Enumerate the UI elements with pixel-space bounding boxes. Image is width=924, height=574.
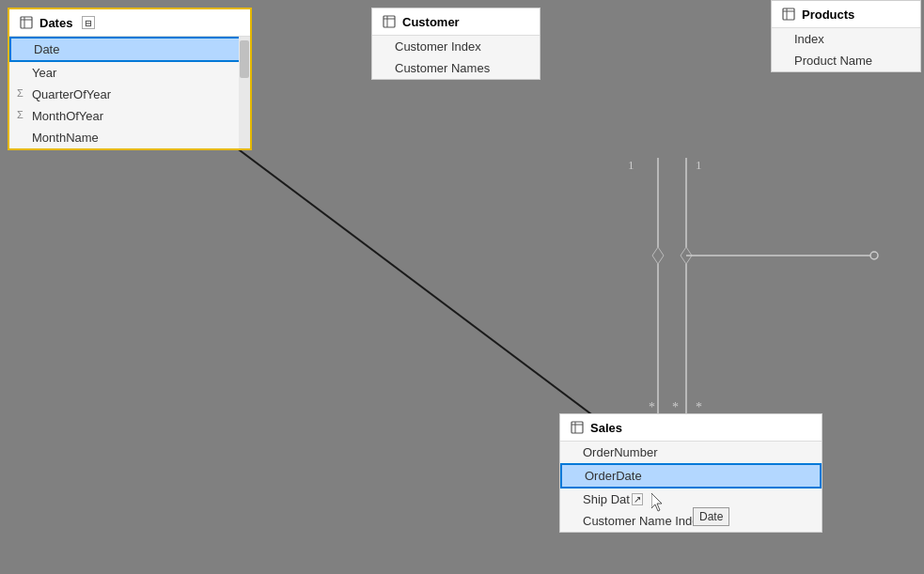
svg-text:*: * <box>696 400 702 414</box>
shipdate-label: Ship Dat <box>583 492 630 506</box>
dates-row-date[interactable]: Date <box>9 37 250 62</box>
products-table-header: Products <box>772 1 920 28</box>
sales-row-customernameindex[interactable]: Customer Name Index <box>560 510 822 532</box>
expand-icon[interactable]: ↗ <box>632 493 643 505</box>
customer-row-index[interactable]: Customer Index <box>372 36 540 57</box>
dates-row-year[interactable]: Year <box>9 62 250 84</box>
svg-rect-20 <box>783 8 794 20</box>
customer-row-names[interactable]: Customer Names <box>372 57 540 79</box>
sales-table-icon <box>570 420 585 435</box>
sales-table: Sales OrderNumber OrderDate Ship Dat↗ Cu… <box>559 413 822 533</box>
svg-rect-14 <box>21 17 32 28</box>
svg-rect-23 <box>572 422 583 433</box>
products-row-index[interactable]: Index <box>772 28 920 50</box>
sales-row-shipdate[interactable]: Ship Dat↗ <box>560 489 822 510</box>
dates-table: Dates ⊟ Date Year QuarterOfYear MonthOfY… <box>8 8 252 150</box>
customer-table-header: Customer <box>372 8 540 36</box>
customer-title: Customer <box>402 15 460 29</box>
svg-text:1: 1 <box>628 158 634 172</box>
products-table-icon <box>781 7 796 22</box>
products-table: Products Index Product Name <box>771 0 921 72</box>
dates-row-quarterofyear[interactable]: QuarterOfYear <box>9 84 250 105</box>
products-row-productname[interactable]: Product Name <box>772 50 920 71</box>
svg-text:*: * <box>672 400 679 414</box>
dates-table-header: Dates ⊟ <box>9 9 250 37</box>
dates-row-monthname[interactable]: MonthName <box>9 127 250 148</box>
sales-fields: OrderNumber OrderDate Ship Dat↗ Customer… <box>560 442 822 532</box>
table-icon <box>19 15 34 30</box>
orderdate-label: OrderDate <box>585 469 642 483</box>
sales-row-ordernumber[interactable]: OrderNumber <box>560 442 822 463</box>
svg-marker-6 <box>681 247 692 264</box>
dates-fields: Date Year QuarterOfYear MonthOfYear Mont… <box>9 37 250 148</box>
customer-table-icon <box>382 14 397 29</box>
dates-row-monthofyear[interactable]: MonthOfYear <box>9 105 250 127</box>
customer-table: Customer Customer Index Customer Names <box>371 8 540 80</box>
dates-title: Dates <box>39 16 72 30</box>
products-fields: Index Product Name <box>772 28 920 71</box>
sales-row-orderdate[interactable]: OrderDate <box>560 463 822 489</box>
products-title: Products <box>802 8 854 22</box>
svg-text:1: 1 <box>696 158 702 172</box>
scrollbar-track[interactable] <box>239 37 250 148</box>
customer-fields: Customer Index Customer Names <box>372 36 540 79</box>
scrollbar-thumb[interactable] <box>240 40 249 78</box>
sales-title: Sales <box>590 421 622 435</box>
collapse-icon[interactable]: ⊟ <box>82 16 95 29</box>
sales-table-header: Sales <box>560 414 822 442</box>
svg-marker-5 <box>652 247 664 264</box>
svg-point-8 <box>870 252 878 259</box>
svg-text:*: * <box>649 400 655 414</box>
svg-rect-17 <box>384 16 395 27</box>
